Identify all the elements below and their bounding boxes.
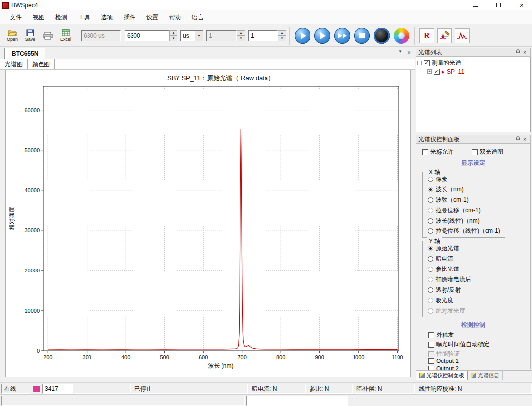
spin-up-icon: ▲ [237,30,245,36]
xaxis-option-wavenumber[interactable]: 波数（cm-1) [423,195,505,205]
yaxis-option-dark[interactable]: 暗电流 [423,254,505,264]
minimize-icon [473,6,478,7]
dual-spectrum-checkbox[interactable]: 双光谱图 [472,148,503,156]
minimize-button[interactable] [473,2,478,9]
dark-scan-button[interactable] [374,28,390,44]
cursor-enable-checkbox[interactable]: 光标允许 [422,148,454,156]
light-source-button[interactable] [394,28,409,44]
panel-icon [419,373,425,378]
svg-text:10000: 10000 [24,308,40,314]
menu-options[interactable]: 选项 [95,11,118,24]
checkbox-icon [428,358,434,364]
scan-once-button[interactable] [295,28,310,44]
checkbox-icon [422,149,428,155]
y-axis-group-label: Y 轴 [427,237,442,246]
tab-spectrum-view[interactable]: 光谱图 [0,59,28,69]
item-marker-icon: ▶ [442,69,445,74]
output1-checkbox[interactable]: Output 1 [428,358,459,364]
reference-r-label: R [424,31,430,40]
menu-settings[interactable]: 设置 [141,11,164,24]
open-button[interactable]: Open [4,26,21,45]
tab-close-button[interactable]: × [407,49,411,56]
maximize-icon [496,3,501,7]
config-wizard-button[interactable] [437,28,452,43]
svg-text:900: 900 [315,354,324,360]
spectrum-view-button[interactable] [455,28,470,43]
menu-tools[interactable]: 工具 [73,11,95,24]
spin-down-icon[interactable]: ▼ [278,36,286,41]
maximize-button[interactable] [496,2,501,9]
bottom-input-box[interactable] [246,396,348,406]
spin-up-icon[interactable]: ▲ [278,30,286,36]
app-icon [2,2,9,9]
yaxis-option-dark-subtracted[interactable]: 扣除暗电流后 [423,274,505,285]
scan-continuous-button[interactable] [314,28,330,44]
pane-splitter[interactable] [414,48,414,380]
yaxis-option-reference[interactable]: 参比光谱 [423,264,505,274]
menu-view[interactable]: 视图 [27,11,50,24]
color-tab-label: 颜色图 [32,60,50,69]
unit-dropdown[interactable]: us ▼ [180,30,203,41]
close-icon[interactable]: × [521,50,528,55]
xaxis-option-raman-shift[interactable]: 拉曼位移（cm-1) [423,205,505,216]
auto-exposure-checkbox[interactable]: 曝光时间值自动确定 [428,340,489,349]
reference-button[interactable]: R [419,28,434,43]
control-panel-tab-label: 光谱仪控制面板 [426,372,464,379]
option-label: 波长（nm) [436,185,464,194]
spin-up-icon[interactable]: ▲ [169,30,177,36]
svg-text:60000: 60000 [24,107,40,113]
document-tab-strip: BTC655N ▼ × [0,48,415,59]
root-checkbox[interactable] [424,60,430,66]
play-icon [320,32,326,39]
svg-text:SBY SP_11：原始光谱（ Raw data）: SBY SP_11：原始光谱（ Raw data） [167,74,274,82]
close-icon[interactable]: × [521,137,528,142]
spin-down-icon[interactable]: ▼ [169,36,177,41]
xaxis-option-raman-linear[interactable]: 拉曼位移（线性)（cm-1) [423,226,505,236]
menu-acquire[interactable]: 检测 [50,11,73,24]
menu-plugins[interactable]: 插件 [118,11,141,24]
tab-list-dropdown-button[interactable]: ▼ [399,49,402,56]
fast-scan-button[interactable] [334,28,350,44]
spectrum-chart[interactable]: 2003004005006007008009001000110001000020… [6,70,410,377]
save-button[interactable]: Save [22,26,39,45]
menu-help[interactable]: 帮助 [164,11,186,24]
radio-icon [428,177,433,182]
average-stepper[interactable]: ▲ ▼ [278,30,286,41]
close-button[interactable]: × [520,2,524,9]
pin-icon[interactable] [514,49,521,55]
option-label: 扣除暗电流后 [436,275,471,284]
item-checkbox[interactable] [434,69,440,75]
tree-root-row[interactable]: − 测量的光谱 [417,59,529,67]
xaxis-option-wavelength-linear[interactable]: 波长(线性)（nm) [423,216,505,226]
print-button[interactable] [40,26,56,45]
collapse-icon[interactable]: − [417,61,422,65]
menu-file[interactable]: 文件 [4,11,27,24]
tab-spectrum-info[interactable]: 光谱信息 [468,371,503,380]
fast-forward-icon [343,33,347,38]
stop-button[interactable] [354,28,370,44]
control-panel: 光谱仪控制面板 × 光标允许 双光谱图 显示设定 X 轴 像素 波长（nm) 波… [416,135,531,370]
excel-export-button[interactable]: Excel [57,26,74,45]
integration-time-input[interactable]: 6300 [125,30,169,41]
yaxis-option-absorbance[interactable]: 吸光度 [423,295,505,306]
radio-icon [428,308,433,314]
integration-time-stepper[interactable]: ▲ ▼ [169,30,177,41]
online-status: 在线 [1,384,30,394]
svg-text:50000: 50000 [24,147,40,153]
expand-icon[interactable]: + [427,69,432,74]
tab-control-panel[interactable]: 光谱仪控制面板 [416,371,468,380]
tab-btc655n[interactable]: BTC655N [4,48,45,59]
menu-language[interactable]: 语言 [186,11,209,24]
pin-icon[interactable] [514,136,521,142]
status-bar: 在线 3417 已停止 暗电流: N 参比: N 暗补偿: N 线性响应校准: … [0,382,532,394]
tree-item-row[interactable]: + ▶ SP_11 [417,67,529,76]
tab-color-view[interactable]: 颜色图 [28,59,55,69]
option-label: 波长(线性)（nm) [436,217,480,225]
chevron-down-icon[interactable]: ▼ [195,31,203,41]
x-axis-group: X 轴 像素 波长（nm) 波数（cm-1) 拉曼位移（cm-1) 波长(线性)… [422,172,505,238]
yaxis-option-transmission[interactable]: 透射/反射 [423,285,505,295]
radio-icon [428,256,433,262]
xaxis-option-wavelength[interactable]: 波长（nm) [423,184,505,195]
average-input[interactable]: 1 [248,30,278,41]
external-trigger-checkbox[interactable]: 外触发 [428,331,454,339]
